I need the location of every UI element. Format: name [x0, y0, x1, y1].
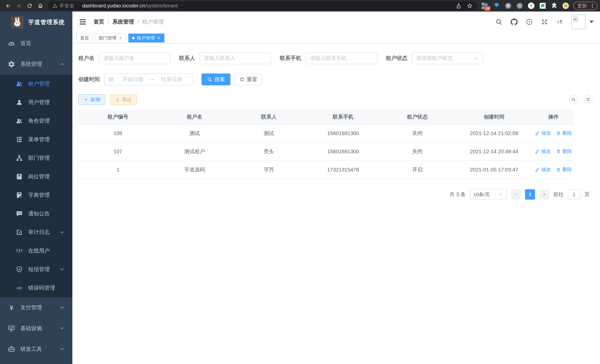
next-page-button[interactable] [539, 189, 549, 200]
app-logo[interactable]: 芋道管理系统 [0, 11, 72, 33]
fullscreen-icon[interactable] [541, 18, 548, 25]
date-separator: - [150, 76, 154, 82]
table-cell: 2021-12-14 20:49:44 [455, 142, 534, 161]
sidebar-item-menu[interactable]: 菜单管理 [0, 130, 72, 149]
delete-link[interactable]: 删除 [556, 130, 572, 136]
tab-tenant[interactable]: 租户管理 [128, 34, 164, 42]
top-navbar: 首页/系统管理/租户管理 [72, 11, 600, 33]
chevron-down-icon [59, 326, 65, 331]
sidebar-item-label: 菜单管理 [28, 136, 50, 143]
filter-contact: 联系人 [179, 52, 271, 64]
actions-cell: 修改删除 [534, 142, 573, 161]
sidebar-fold-icon[interactable] [79, 18, 87, 26]
sidebar-item-infrastructure[interactable]: 基础设施 [0, 318, 72, 339]
toggle-search-button[interactable] [569, 95, 578, 104]
sidebar-item-system[interactable]: 系统管理 [0, 54, 72, 75]
extension-chat-icon[interactable] [539, 2, 547, 10]
extension-tabs-icon[interactable]: 10 [481, 2, 489, 10]
sidebar-item-post[interactable]: 岗位管理 [0, 167, 72, 186]
filter-label: 联系人 [179, 55, 195, 62]
user-avatar-dropdown[interactable] [572, 15, 594, 29]
filter-mobile: 联系手机 [280, 52, 377, 64]
trash-icon [556, 149, 561, 154]
goto-label: 前往 [553, 191, 564, 198]
sidebar-item-sms[interactable]: 短信管理 [0, 260, 72, 279]
sidebar-item-user[interactable]: 用户管理 [0, 93, 72, 112]
prev-page-button[interactable] [511, 189, 521, 200]
chevron-down-icon [589, 21, 594, 23]
active-dot [132, 37, 135, 39]
table-cell: 15601691300 [306, 142, 380, 161]
not-secure-icon [52, 3, 57, 8]
font-size-icon[interactable] [556, 18, 563, 25]
sidebar-item-dev-tools[interactable]: 研发工具 [0, 339, 72, 360]
sidebar-item-label: 首页 [20, 40, 31, 47]
page-number-1[interactable]: 1 [525, 189, 535, 200]
browser-forward-button[interactable] [13, 1, 24, 10]
search-icon[interactable] [495, 18, 502, 25]
extension-y-icon[interactable]: Y [527, 2, 535, 10]
tenant-name-input[interactable] [99, 52, 170, 64]
add-button[interactable]: 新增 [78, 94, 105, 105]
chevron-up-icon [59, 61, 65, 67]
extensions-puzzle-icon[interactable] [550, 2, 558, 10]
sidebar-item-online-user[interactable]: 在线用户 [0, 242, 72, 260]
breadcrumb-item[interactable]: 首页 [94, 18, 104, 26]
sidebar-item-audit-log[interactable]: 审计日志 [0, 223, 72, 242]
share-icon[interactable] [456, 3, 462, 9]
sidebar-item-tenant[interactable]: 租户管理 [0, 75, 72, 93]
sidebar-item-dept[interactable]: 部门管理 [0, 149, 72, 167]
code-icon [16, 284, 23, 292]
sidebar-item-label: 错误码管理 [28, 284, 55, 292]
edit-link[interactable]: 修改 [535, 148, 551, 155]
edit-link[interactable]: 修改 [535, 130, 551, 136]
sidebar-item-label: 支付管理 [20, 304, 42, 311]
pagination-total: 共 3 条 [450, 191, 466, 198]
pagination: 共 3 条 10条/页 1 前往 页 [78, 189, 593, 200]
goto-page-input[interactable] [568, 189, 580, 200]
delete-link[interactable]: 删除 [556, 166, 572, 173]
tab-dept[interactable]: 部门管理 [95, 34, 126, 42]
browser-menu-kebab-icon[interactable] [590, 3, 595, 9]
create-time-range-picker[interactable]: 开始日期 - 结束日期 [104, 74, 193, 85]
reset-button[interactable]: 重置 [234, 74, 262, 85]
extension-command-icon[interactable]: ⌘ [504, 2, 512, 10]
browser-home-button[interactable] [35, 1, 46, 10]
sidebar-item-home[interactable]: 首页 [0, 33, 72, 54]
search-button[interactable]: 搜索 [201, 74, 230, 85]
browser-update-button[interactable]: 更新 [573, 2, 597, 10]
extension-emoji-icon[interactable] [562, 2, 570, 10]
browser-reload-button[interactable] [24, 1, 35, 10]
filter-label: 租户名 [78, 55, 94, 62]
sidebar-item-label: 系统管理 [20, 60, 42, 68]
table-row: 1芋道源码芋艿17321315478开启2021-01-05 17:03:47修… [78, 161, 573, 179]
sidebar-item-error-code[interactable]: 错误码管理 [0, 279, 72, 297]
browser-back-button[interactable] [3, 1, 13, 10]
bookmark-star-icon[interactable] [467, 3, 473, 9]
sidebar-item-notice[interactable]: 通知公告 [0, 205, 72, 223]
tab-home[interactable]: 首页 [76, 34, 93, 42]
export-button[interactable]: 导出 [110, 94, 137, 105]
delete-label: 删除 [562, 166, 572, 173]
extension-balloon-icon[interactable] [493, 2, 501, 10]
address-bar[interactable]: 不安全 dashboard.yudao.iocoder.cn /system/t… [48, 1, 477, 10]
delete-link[interactable]: 删除 [556, 148, 572, 155]
refresh-table-button[interactable] [584, 95, 593, 104]
sidebar-item-dict[interactable]: 字典管理 [0, 186, 72, 205]
sidebar-item-role[interactable]: 角色管理 [0, 112, 72, 130]
github-icon[interactable] [511, 18, 518, 25]
edit-link[interactable]: 修改 [535, 166, 551, 173]
tenant-status-select[interactable]: 请选择租户状态 [412, 52, 484, 64]
monitor-icon [8, 325, 15, 332]
edit-label: 修改 [541, 148, 551, 155]
contact-input[interactable] [200, 52, 271, 64]
audit-icon [16, 229, 23, 236]
breadcrumb-item: 租户管理 [142, 18, 164, 26]
help-icon[interactable] [526, 18, 533, 25]
extension-record-icon[interactable] [516, 2, 524, 10]
page-size-select[interactable]: 10条/页 [470, 189, 507, 200]
sidebar-item-payment[interactable]: 支付管理 [0, 297, 72, 318]
mobile-input[interactable] [306, 52, 377, 64]
breadcrumb-item[interactable]: 系统管理 [112, 18, 134, 26]
table-toolbar: 新增 导出 [78, 94, 593, 105]
